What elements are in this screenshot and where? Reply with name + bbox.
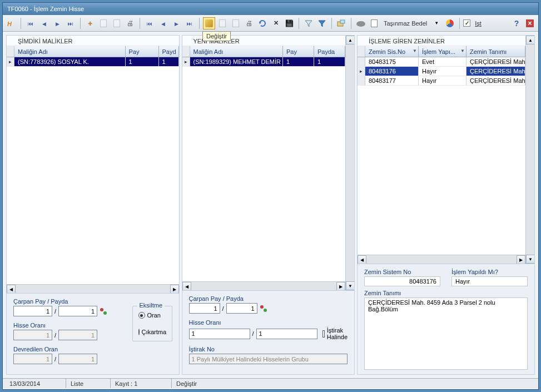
v-scrollbar[interactable]: ▲ ▼ xyxy=(345,36,354,290)
h-scrollbar[interactable]: ◀ ▶ xyxy=(358,255,525,264)
radio-icon xyxy=(138,329,140,335)
nav-next-btn-2[interactable] xyxy=(170,17,182,29)
slash: / xyxy=(54,308,56,315)
col-zemin-tanimi[interactable]: Zemin Tanımı xyxy=(466,46,525,57)
h-scrollbar[interactable]: ◀ ▶ xyxy=(7,284,179,293)
col-islem-yapi[interactable]: İşlem Yapı...▼ xyxy=(419,46,466,57)
col-pay[interactable]: Pay xyxy=(126,46,159,57)
sis-label: Zemin Sistem No xyxy=(364,269,440,275)
hisse-payda-input[interactable] xyxy=(256,329,317,339)
col-payda[interactable]: Payd xyxy=(159,46,179,57)
scroll-track[interactable] xyxy=(346,44,354,281)
col-zemin-sisno[interactable]: Zemin Sis.No▼ xyxy=(365,46,419,57)
grid-row[interactable]: 80483177 Hayır ÇERÇİDERESİ Mah. xyxy=(358,76,525,86)
svg-point-6 xyxy=(260,305,264,309)
nav-prev-btn-2[interactable] xyxy=(157,17,169,29)
radio-cikartma[interactable]: Çıkartma xyxy=(138,329,166,335)
nav-last-btn-2[interactable] xyxy=(183,17,196,29)
scroll-left-btn[interactable]: ◀ xyxy=(358,255,366,264)
scroll-left-btn[interactable]: ◀ xyxy=(7,285,16,293)
chart-btn[interactable] xyxy=(444,17,456,29)
grid-body[interactable]: 80483175 Evet ÇERÇİDERESİ Mah. ▸ 8048317… xyxy=(358,57,525,255)
hisse-label: Hisse Oranı xyxy=(13,322,127,329)
detail-panel: Zemin Sistem No 80483176 İşlem Yapıldı M… xyxy=(358,264,534,374)
scroll-up-btn[interactable]: ▲ xyxy=(526,36,534,44)
prev-icon xyxy=(161,20,165,27)
cell-name: (SN:1989329) MEHMET DEMİR xyxy=(190,57,284,66)
istirak-label: İştirak Halinde xyxy=(327,327,348,340)
app-window: TF0060 - İşlem Zemin Hisse H Değiştir xyxy=(2,2,539,390)
grid-row[interactable]: ▸ (SN:1989329) MEHMET DEMİR 1 1 xyxy=(182,57,346,67)
delete-btn[interactable] xyxy=(270,17,282,29)
ist-checkbox[interactable] xyxy=(463,19,470,27)
tool-icon[interactable] xyxy=(100,307,107,315)
edit-btn[interactable]: Değiştir xyxy=(203,17,215,29)
cloud-icon xyxy=(356,19,366,27)
radio-oran[interactable]: Oran xyxy=(138,312,166,319)
chevron-down-icon[interactable]: ▼ xyxy=(460,48,465,53)
scroll-up-btn[interactable]: ▲ xyxy=(346,36,354,44)
scroll-track[interactable] xyxy=(191,282,337,290)
col-malik-adi[interactable]: Maliğin Adı xyxy=(14,46,126,57)
statusbar: 13/03/2014 Liste Kayıt : 1 Değiştir xyxy=(3,378,538,388)
print-btn-1[interactable] xyxy=(124,17,136,29)
scroll-right-btn[interactable]: ▶ xyxy=(336,282,345,290)
carpan-pay-input[interactable] xyxy=(189,303,220,314)
row-indicator: ▸ xyxy=(7,57,14,66)
filter-btn-2[interactable] xyxy=(316,17,328,29)
nav-last-btn[interactable] xyxy=(64,17,77,29)
grid-body[interactable]: ▸ (SN:1989329) MEHMET DEMİR 1 1 xyxy=(182,57,346,281)
istirak-checkbox[interactable] xyxy=(322,330,325,338)
nav-first-btn[interactable] xyxy=(24,17,37,29)
carpan-payda-input[interactable] xyxy=(226,303,257,314)
separator xyxy=(351,18,351,29)
save-btn[interactable] xyxy=(283,17,295,29)
filter-btn-1[interactable] xyxy=(302,17,315,29)
istirak-no-input xyxy=(189,354,348,364)
doc-btn-4[interactable] xyxy=(368,17,380,29)
scroll-right-btn[interactable]: ▶ xyxy=(517,255,525,264)
col-malik-adi[interactable]: Maliğin Adı xyxy=(190,46,284,57)
slash: / xyxy=(252,330,254,337)
tool-icon[interactable] xyxy=(260,305,267,312)
cell-pay: 1 xyxy=(126,57,159,66)
grid-row[interactable]: ▸ (SN:7783926) SOSYAL K. 1 1 xyxy=(7,57,179,67)
carpan-label: Çarpan Pay / Payda xyxy=(189,295,348,302)
h-scrollbar[interactable]: ◀ ▶ xyxy=(182,281,346,290)
carpan-payda-input[interactable] xyxy=(58,306,97,316)
col-payda[interactable]: Payda xyxy=(314,46,345,57)
scroll-down-btn[interactable]: ▼ xyxy=(526,255,534,264)
grid-body[interactable]: ▸ (SN:7783926) SOSYAL K. 1 1 xyxy=(7,57,179,284)
scroll-left-btn[interactable]: ◀ xyxy=(182,282,191,290)
scroll-track[interactable] xyxy=(16,285,170,293)
cell-sis: 80483177 xyxy=(365,76,419,85)
cloud-btn[interactable] xyxy=(355,17,367,29)
scroll-right-btn[interactable]: ▶ xyxy=(170,285,179,293)
add-record-btn[interactable] xyxy=(84,17,96,29)
doc-icon xyxy=(100,19,107,27)
tool-btn-1[interactable] xyxy=(335,17,348,29)
scroll-track[interactable] xyxy=(366,255,517,264)
main-content: ŞİMDİKİ MALİKLER Maliğin Adı Pay Payd ▸ … xyxy=(3,32,538,378)
scroll-track[interactable] xyxy=(526,44,534,255)
dropdown-btn[interactable]: ▼ xyxy=(430,17,443,29)
radio-label: Çıkartma xyxy=(142,329,167,335)
refresh-btn[interactable] xyxy=(256,17,269,29)
separator xyxy=(21,18,21,29)
v-scrollbar[interactable]: ▲ ▼ xyxy=(525,36,534,264)
nav-next-btn[interactable] xyxy=(51,17,63,29)
print-btn-2[interactable] xyxy=(243,17,255,29)
grid-row[interactable]: ▸ 80483176 Hayır ÇERÇİDERESİ Mah. xyxy=(358,67,525,76)
grid-row[interactable]: 80483175 Evet ÇERÇİDERESİ Mah. xyxy=(358,57,525,67)
chevron-down-icon[interactable]: ▼ xyxy=(413,48,417,53)
scroll-down-btn[interactable]: ▼ xyxy=(346,281,354,290)
help-btn[interactable] xyxy=(510,17,523,29)
carpan-pay-input[interactable] xyxy=(13,306,52,316)
nav-prev-btn[interactable] xyxy=(38,17,50,29)
grid-header: Maliğin Adı Pay Payd xyxy=(7,46,179,57)
separator xyxy=(459,18,460,29)
close-btn[interactable] xyxy=(524,17,536,29)
nav-first-btn-2[interactable] xyxy=(143,17,156,29)
col-pay[interactable]: Pay xyxy=(283,46,314,57)
hisse-pay-input[interactable] xyxy=(189,329,250,339)
